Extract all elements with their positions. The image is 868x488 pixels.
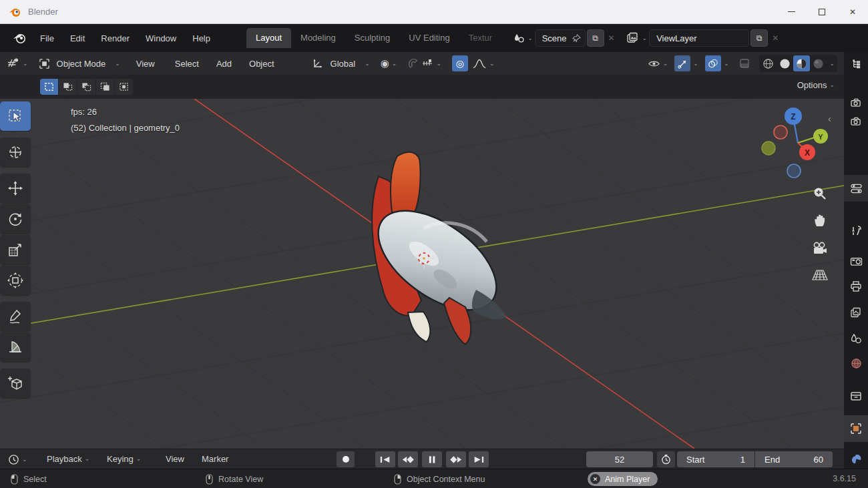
tool-scale[interactable] (0, 235, 31, 264)
gizmo-axis-y[interactable]: Y (813, 129, 828, 144)
minimize-button[interactable] (776, 0, 807, 23)
pin-icon[interactable] (572, 34, 581, 43)
shading-material-button[interactable] (793, 55, 810, 71)
tool-cursor[interactable] (0, 138, 31, 167)
gizmo-axis-neg-y[interactable] (762, 142, 775, 155)
shading-wireframe-button[interactable] (760, 55, 777, 71)
scene-browse-button[interactable]: ⌄ (511, 32, 535, 44)
outliner-render-toggle-object[interactable] (844, 111, 868, 130)
proportional-falloff-dropdown[interactable]: ⌄ (472, 57, 495, 69)
visibility-dropdown[interactable]: ⌄ (648, 59, 668, 69)
tab-object-properties[interactable] (844, 415, 868, 442)
menu-add[interactable]: Add (210, 56, 238, 71)
menu-select[interactable]: Select (168, 56, 206, 71)
xray-toggle[interactable] (736, 55, 752, 71)
gizmo-axis-neg-z[interactable] (787, 164, 801, 178)
pause-button[interactable] (422, 451, 442, 467)
menu-marker[interactable]: Marker (202, 454, 228, 464)
menu-object[interactable]: Object (242, 56, 281, 71)
frame-start-field[interactable]: Start 1 (677, 451, 754, 467)
sidebar-pull-tab[interactable]: ‹ (828, 113, 831, 124)
menu-timeline-view[interactable]: View (166, 454, 184, 464)
close-button[interactable]: ✕ (837, 0, 868, 23)
new-viewlayer-button[interactable]: ⧉ (750, 29, 768, 47)
tab-render-properties[interactable] (844, 252, 868, 270)
select-mode-subtract[interactable] (77, 79, 95, 95)
tab-output-properties[interactable] (844, 277, 868, 296)
jump-to-end-button[interactable] (469, 451, 489, 467)
cancel-anim-icon[interactable]: ✕ (590, 474, 600, 484)
camera-view-button[interactable] (809, 238, 831, 259)
jump-to-start-button[interactable] (375, 451, 395, 467)
tab-viewlayer-properties[interactable] (844, 303, 868, 322)
prev-keyframe-button[interactable] (398, 451, 418, 467)
new-scene-button[interactable]: ⧉ (587, 29, 604, 47)
select-mode-extend[interactable] (59, 79, 77, 95)
menu-playback[interactable]: Playback⌄ (47, 454, 89, 464)
tab-modifier-properties[interactable] (844, 450, 868, 469)
next-keyframe-button[interactable] (446, 451, 466, 467)
tab-scene-properties[interactable] (844, 329, 868, 348)
overlays-dropdown[interactable]: ⌄ (705, 55, 729, 71)
unlink-scene-button[interactable]: ✕ (608, 33, 615, 43)
viewport-3d[interactable]: fps: 26 (52) Collection | geometry_0 (0, 99, 844, 449)
tool-annotate[interactable] (0, 302, 31, 331)
viewlayer-browse-button[interactable]: ⌄ (624, 32, 650, 44)
gizmo-axis-neg-x[interactable] (774, 126, 787, 139)
blender-app-icon[interactable] (12, 32, 27, 44)
snap-with-dropdown[interactable]: ⌄ (421, 59, 441, 68)
outliner-render-toggle-collection[interactable] (844, 93, 868, 111)
tool-measure[interactable] (0, 332, 31, 362)
properties-editor-icon[interactable] (844, 175, 868, 202)
select-mode-intersect[interactable] (115, 79, 133, 95)
menu-window[interactable]: Window (138, 30, 184, 47)
shading-solid-button[interactable] (777, 55, 793, 71)
menu-help[interactable]: Help (184, 30, 218, 47)
use-preview-range-button[interactable] (657, 451, 675, 467)
toggle-ortho-button[interactable] (809, 264, 831, 286)
tab-world-properties[interactable] (844, 354, 868, 373)
outliner-editor-icon[interactable] (844, 55, 868, 73)
shading-dropdown[interactable]: ⌄ (829, 61, 835, 67)
tab-uv-editing[interactable]: UV Editing (399, 28, 459, 48)
pivot-point-dropdown[interactable]: ◉ ⌄ (381, 57, 397, 69)
mode-dropdown[interactable]: Object Mode ⌄ (39, 56, 120, 71)
remove-viewlayer-button[interactable]: ✕ (772, 33, 779, 43)
maximize-button[interactable] (807, 0, 837, 23)
scene-name-field[interactable]: Scene (535, 29, 586, 47)
gizmos-dropdown[interactable]: ⌄ (674, 55, 698, 71)
tab-collection-properties[interactable] (844, 387, 868, 405)
tool-move[interactable] (0, 174, 31, 203)
timeline-editor-dropdown[interactable]: ⌄ (8, 454, 27, 465)
tool-transform[interactable] (0, 266, 31, 295)
transform-orientation-dropdown[interactable]: Global ⌄ (312, 56, 370, 71)
pan-view-button[interactable] (809, 210, 831, 231)
gizmo-axis-x[interactable]: X (799, 144, 815, 160)
menu-keying[interactable]: Keying⌄ (107, 454, 141, 464)
editor-type-button[interactable]: ⌄ (7, 57, 28, 69)
viewlayer-name-field[interactable]: ViewLayer (649, 29, 749, 47)
tool-add-cube[interactable] (0, 369, 31, 398)
tool-rotate[interactable] (0, 204, 31, 234)
tab-modeling[interactable]: Modeling (291, 28, 345, 48)
shading-rendered-button[interactable] (810, 55, 827, 71)
menu-file[interactable]: File (32, 30, 62, 47)
tab-texture-paint[interactable]: Textur (459, 28, 501, 48)
auto-keying-button[interactable] (337, 451, 355, 467)
tab-tool-properties[interactable] (844, 222, 868, 240)
tab-sculpting[interactable]: Sculpting (345, 28, 399, 48)
options-dropdown[interactable]: Options ⌄ (797, 80, 835, 90)
menu-view[interactable]: View (130, 56, 162, 71)
zoom-view-button[interactable] (809, 183, 831, 204)
gizmo-axis-z[interactable]: Z (785, 107, 802, 125)
select-mode-invert[interactable] (96, 79, 114, 95)
anim-player-indicator[interactable]: ✕ Anim Player (588, 472, 658, 486)
menu-edit[interactable]: Edit (62, 30, 93, 47)
frame-end-field[interactable]: End 60 (755, 451, 833, 467)
menu-render[interactable]: Render (93, 30, 138, 47)
navigation-gizmo[interactable]: Z Y X (761, 101, 835, 180)
snap-toggle[interactable] (407, 58, 419, 69)
proportional-editing-toggle[interactable]: ◎ (452, 55, 468, 71)
tab-layout[interactable]: Layout (246, 28, 291, 48)
select-mode-new[interactable] (40, 79, 58, 95)
